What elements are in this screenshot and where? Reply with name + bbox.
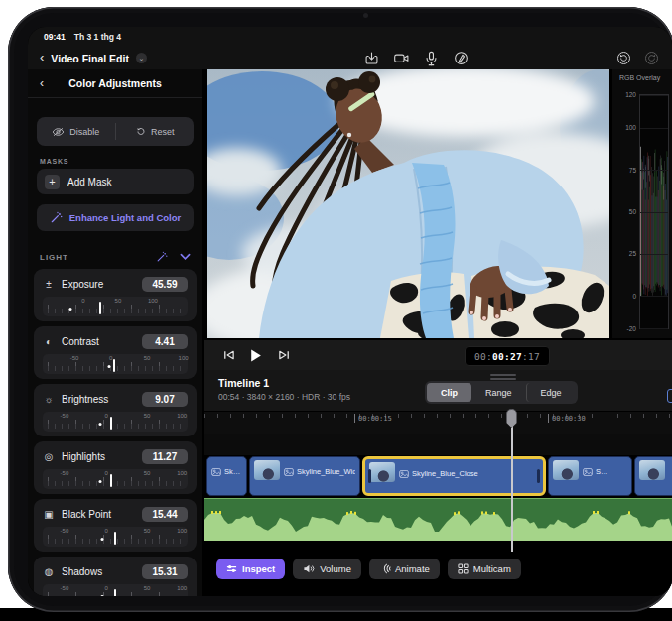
- button-label: Animate: [395, 563, 430, 574]
- trim-handle-left[interactable]: [368, 469, 371, 483]
- timeline-clip[interactable]: [634, 456, 672, 496]
- timecode-display[interactable]: 00:00:27:17: [465, 346, 550, 366]
- panel-title: Color Adjustments: [68, 77, 162, 89]
- scope-gridline: [640, 95, 668, 96]
- slider-highlights: ◎ Highlights 11.27 -50050100: [34, 441, 197, 494]
- slider-label: Black Point: [62, 509, 135, 520]
- reset-icon: [135, 126, 146, 137]
- button-label: Multicam: [473, 563, 511, 574]
- skip-forward-button[interactable]: [278, 340, 291, 370]
- ruler-tick-label: 50: [144, 528, 151, 534]
- volume-button[interactable]: Volume: [293, 559, 361, 579]
- disable-reset-group: Disable Reset: [37, 117, 194, 146]
- slider-ruler[interactable]: -50050100: [43, 527, 188, 547]
- timeline-clip[interactable]: Skyline_Blue_Wide: [249, 456, 360, 496]
- front-camera: [363, 13, 368, 18]
- slider-label: Shadows: [62, 566, 135, 577]
- ruler-tick-label: 100: [177, 585, 187, 591]
- slider-value[interactable]: 45.59: [142, 277, 188, 292]
- ruler-tick-label: 0: [105, 528, 108, 534]
- slider-ruler[interactable]: -50050100: [43, 412, 188, 432]
- mode-tab-range[interactable]: Range: [471, 383, 526, 402]
- slider-ruler[interactable]: -50050100: [43, 584, 188, 596]
- slider-value[interactable]: 11.27: [142, 449, 188, 464]
- video-preview[interactable]: [207, 69, 609, 338]
- playhead[interactable]: [511, 409, 513, 552]
- black-point-icon: ▣: [43, 509, 55, 520]
- status-date: Th 3 1 thg 4: [74, 32, 121, 42]
- timeline-header: Timeline 1 00:54 · 3840 × 2160 · HDR · 3…: [204, 370, 672, 411]
- eye-off-icon: [52, 127, 65, 137]
- slider-origin-dot: [108, 365, 111, 368]
- ruler-tick-label: 100: [148, 298, 158, 304]
- mic-icon[interactable]: [423, 51, 439, 66]
- video-camera-icon[interactable]: [393, 51, 409, 66]
- slider-label: Brightness: [62, 394, 135, 405]
- slider-ruler[interactable]: -50050100: [43, 354, 188, 374]
- slider-ruler[interactable]: 050100: [43, 297, 188, 316]
- add-mask-button[interactable]: + Add Mask: [37, 169, 194, 194]
- ruler-tick-label: -50: [61, 585, 69, 591]
- panel-header: ‹ Color Adjustments: [28, 69, 202, 98]
- timeline-clip[interactable]: Skyline_Blue_Close: [362, 456, 546, 496]
- photo-icon: [583, 462, 593, 480]
- scope-gridline: [640, 128, 668, 129]
- slider-position-marker[interactable]: [110, 474, 112, 487]
- clip-label: S…: [596, 467, 608, 476]
- shadows-icon: ◍: [43, 566, 55, 577]
- ruler-tick-label: 50: [144, 585, 151, 591]
- slider-position-marker[interactable]: [99, 302, 101, 314]
- slider-position-marker[interactable]: [114, 589, 116, 596]
- clip-thumbnail: [553, 460, 579, 480]
- slider-value[interactable]: 15.31: [142, 564, 188, 579]
- slider-value[interactable]: 9.07: [142, 392, 188, 407]
- skip-back-button[interactable]: [222, 340, 235, 370]
- inspect-button[interactable]: Inspect: [216, 559, 285, 579]
- pencil-tool-icon[interactable]: [453, 51, 469, 66]
- ruler-tick-label: 100: [177, 528, 187, 534]
- slider-position-marker[interactable]: [114, 532, 116, 545]
- timeline-clip[interactable]: Sk…: [206, 456, 247, 496]
- clip-settings-icon[interactable]: [667, 389, 672, 403]
- trim-handle-right[interactable]: [537, 469, 540, 483]
- mode-tab-clip[interactable]: Clip: [427, 383, 471, 402]
- back-chevron-icon[interactable]: ‹: [40, 51, 44, 63]
- slider-position-marker[interactable]: [113, 359, 115, 372]
- mode-tab-edge[interactable]: Edge: [526, 383, 576, 402]
- masks-section-label: MASKS: [40, 158, 202, 165]
- timeline-empty-lane: [204, 434, 672, 455]
- reset-button[interactable]: Reset: [116, 117, 195, 146]
- audio-track[interactable]: [204, 498, 672, 541]
- slider-contrast: ◐ Contrast 4.41 -50050100: [34, 326, 197, 379]
- title-dropdown-icon[interactable]: ⌄: [136, 53, 147, 63]
- undo-icon[interactable]: [615, 51, 631, 66]
- scope-gridline: [640, 328, 668, 329]
- section-wand-icon[interactable]: [156, 251, 168, 263]
- slider-origin-dot: [100, 595, 103, 596]
- timeline-name: Timeline 1: [218, 377, 269, 389]
- slider-value[interactable]: 4.41: [142, 334, 188, 349]
- animate-button[interactable]: Animate: [369, 559, 440, 579]
- import-icon[interactable]: [363, 51, 379, 66]
- chevron-down-icon[interactable]: [180, 253, 191, 261]
- enhance-light-color-button[interactable]: Enhance Light and Color: [37, 204, 194, 231]
- slider-position-marker[interactable]: [110, 417, 112, 430]
- timeline-meta: 00:54 · 3840 × 2160 · HDR · 30 fps: [218, 392, 350, 402]
- scope-axis-label: 25: [629, 250, 636, 257]
- panel-back-chevron-icon[interactable]: ‹: [40, 76, 44, 90]
- back-group[interactable]: ‹ Video Final Edit ⌄: [40, 47, 147, 69]
- redo-icon[interactable]: [643, 51, 659, 66]
- slider-shadows: ◍ Shadows 15.31 -50050100: [34, 557, 197, 596]
- ruler-tick-label: 50: [144, 413, 151, 419]
- light-section-header: LIGHT: [40, 250, 191, 264]
- scope-gridline: [640, 212, 668, 213]
- slider-ruler[interactable]: -50050100: [43, 469, 188, 489]
- slider-value[interactable]: 15.44: [142, 507, 188, 522]
- button-label: Inspect: [242, 563, 275, 574]
- play-button[interactable]: [248, 340, 263, 370]
- disable-button[interactable]: Disable: [37, 117, 115, 146]
- multicam-button[interactable]: Multicam: [448, 559, 521, 579]
- screen: 09:41 Th 3 1 thg 4 ‹ Video Final Edit ⌄: [28, 27, 672, 596]
- timeline-clip[interactable]: S…: [548, 456, 632, 496]
- page: 09:41 Th 3 1 thg 4 ‹ Video Final Edit ⌄: [0, 0, 672, 621]
